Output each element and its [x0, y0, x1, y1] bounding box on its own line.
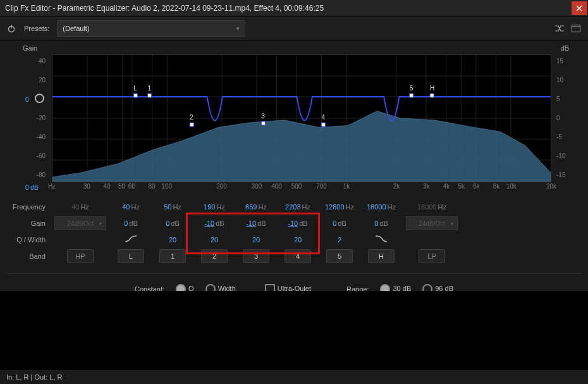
cell-frequency-HP: 40Hz [51, 203, 110, 211]
axis-bottom: Hz30405060801002003004005007001k2k3k4k5k… [52, 181, 551, 191]
eq-plot-area: Gain dB 0 4020-20-40-60-80 151050-5-10-1… [6, 44, 582, 191]
param-row-frequency: Frequency40Hz40Hz50Hz190Hz659Hz2203Hz128… [6, 199, 582, 215]
svg-text:4: 4 [321, 114, 325, 121]
db-axis-label: dB [561, 44, 569, 52]
cell-gain-3[interactable]: -10dB [235, 220, 277, 227]
param-row-gain: Gain24dB/Oct▾0dB0dB-10dB-10dB-10dB0dB0dB… [6, 215, 582, 232]
svg-text:H: H [430, 85, 434, 92]
zero-gain-indicator: 0 [25, 96, 29, 103]
toolbar: Presets: (Default) ▾ [0, 17, 588, 40]
cell-band-3[interactable]: 3 [235, 249, 277, 263]
cell-frequency-L[interactable]: 40Hz [110, 203, 152, 211]
svg-text:L: L [133, 85, 137, 92]
preset-value: (Default) [63, 25, 89, 32]
cell-qwidth-2[interactable]: 20 [193, 236, 235, 244]
cell-band-L[interactable]: L [110, 249, 152, 263]
svg-rect-32 [190, 123, 193, 127]
cell-qwidth-H[interactable] [360, 235, 402, 244]
band-button-H[interactable]: H [368, 249, 395, 263]
band-button-5[interactable]: 5 [326, 249, 353, 263]
svg-rect-38 [410, 94, 413, 97]
statusbar: In: L, R | Out: L, R [0, 370, 588, 384]
preset-dropdown[interactable]: (Default) ▾ [57, 20, 245, 37]
lower-panel [0, 291, 588, 370]
cell-gain-LP: 24dB/Oct▾ [402, 216, 462, 230]
cell-qwidth-4[interactable]: 20 [277, 236, 319, 244]
cell-gain-HP: 24dB/Oct▾ [51, 216, 110, 230]
cell-qwidth-L[interactable] [110, 235, 152, 244]
titlebar: Clip Fx Editor - Parametric Equalizer: A… [0, 0, 588, 17]
cell-band-H[interactable]: H [360, 249, 402, 263]
cell-frequency-3[interactable]: 659Hz [235, 203, 277, 211]
row-label: Band [6, 252, 51, 260]
band-button-L[interactable]: L [118, 249, 144, 263]
cell-qwidth-5[interactable]: 2 [319, 236, 360, 244]
cell-qwidth-1[interactable]: 20 [152, 236, 193, 244]
power-icon[interactable] [6, 23, 16, 34]
cell-frequency-5[interactable]: 12800Hz [319, 203, 360, 211]
window-title: Clip Fx Editor - Parametric Equalizer: A… [5, 4, 324, 13]
low-shelf-icon [125, 235, 137, 243]
cell-gain-L[interactable]: 0dB [110, 220, 152, 227]
band-button-1[interactable]: 1 [159, 249, 186, 263]
svg-rect-40 [430, 94, 434, 97]
cell-frequency-LP: 18000Hz [402, 203, 462, 211]
slope-select[interactable]: 24dB/Oct▾ [406, 216, 458, 230]
window-icon[interactable] [570, 23, 582, 34]
cell-frequency-H[interactable]: 18000Hz [360, 203, 402, 211]
svg-rect-2 [572, 25, 580, 32]
cell-band-LP: LP [402, 249, 462, 263]
param-table: Frequency40Hz40Hz50Hz190Hz659Hz2203Hz128… [6, 199, 582, 264]
cell-gain-4[interactable]: -10dB [277, 220, 319, 227]
svg-text:1: 1 [148, 85, 152, 92]
param-row-band: BandHPL12345HLP [6, 248, 582, 264]
routing-icon[interactable] [554, 23, 565, 34]
cell-band-4[interactable]: 4 [277, 249, 319, 263]
cell-gain-5[interactable]: 0dB [319, 220, 360, 227]
svg-rect-28 [133, 94, 137, 97]
svg-text:5: 5 [410, 85, 413, 92]
gain-axis-label: Gain [23, 44, 37, 52]
band-button-LP[interactable]: LP [419, 249, 445, 263]
presets-label: Presets: [24, 25, 49, 32]
cell-frequency-1[interactable]: 50Hz [152, 203, 193, 211]
svg-rect-34 [261, 121, 265, 125]
cell-gain-H[interactable]: 0dB [360, 220, 402, 227]
cell-gain-1[interactable]: 0dB [152, 220, 193, 227]
cell-band-HP: HP [51, 249, 110, 263]
band-button-3[interactable]: 3 [243, 249, 269, 263]
svg-rect-36 [321, 123, 325, 127]
eq-plot[interactable]: L12345H [52, 54, 551, 182]
slope-select[interactable]: 24dB/Oct▾ [54, 216, 106, 230]
cell-band-2[interactable]: 2 [193, 249, 235, 263]
cell-frequency-4[interactable]: 2203Hz [277, 203, 319, 211]
row-label: Frequency [6, 203, 51, 211]
close-button[interactable] [572, 1, 587, 15]
chevron-down-icon: ▾ [236, 25, 240, 32]
band-button-HP[interactable]: HP [67, 249, 94, 263]
axis-left: 4020-20-40-60-80 [32, 54, 49, 181]
output-gain-label: 0 dB [25, 184, 39, 191]
svg-rect-30 [148, 94, 152, 97]
axis-right: 151050-5-10-15 [553, 54, 570, 181]
cell-gain-2[interactable]: -10dB [193, 220, 235, 227]
svg-text:3: 3 [261, 113, 265, 120]
cell-qwidth-3[interactable]: 20 [235, 236, 277, 244]
row-label: Gain [6, 220, 51, 227]
io-status: In: L, R | Out: L, R [6, 373, 62, 381]
high-shelf-icon [375, 235, 388, 243]
cell-band-5[interactable]: 5 [319, 249, 360, 263]
cell-band-1[interactable]: 1 [152, 249, 193, 263]
svg-text:2: 2 [190, 114, 193, 121]
cell-frequency-2[interactable]: 190Hz [193, 203, 235, 211]
band-button-4[interactable]: 4 [285, 249, 311, 263]
row-label: Q / Width [6, 236, 51, 244]
band-button-2[interactable]: 2 [201, 249, 228, 263]
param-row-qwidth: Q / Width202020202 [6, 232, 582, 248]
